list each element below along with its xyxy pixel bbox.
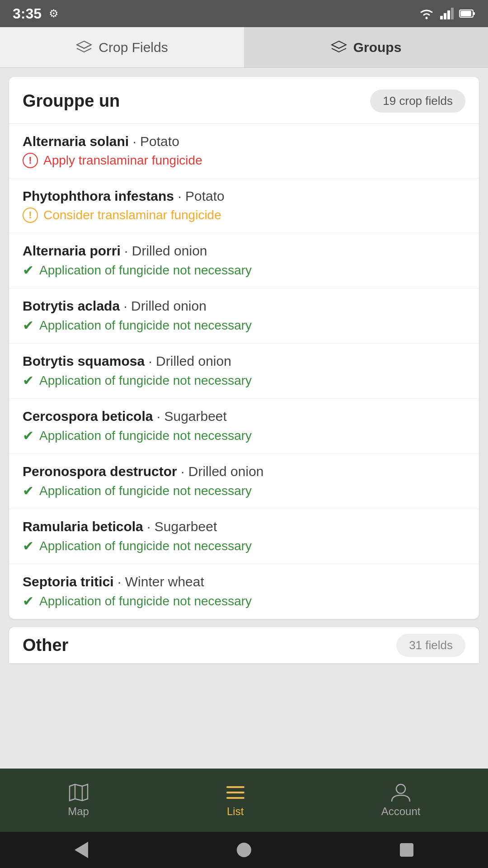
nav-map[interactable]: Map — [68, 783, 89, 818]
disease-status: ✔ Application of fungicide not necessary — [23, 262, 465, 278]
svg-point-13 — [396, 784, 405, 793]
disease-name: Ramularia beticola — [23, 519, 143, 534]
disease-crop: · Drilled onion — [148, 354, 231, 368]
group-card-other: Other 31 fields — [9, 627, 479, 663]
nav-account-label: Account — [381, 805, 421, 818]
disease-status-text: Application of fungicide not necessary — [39, 263, 252, 278]
disease-name: Peronospora destructor — [23, 464, 177, 479]
status-time: 3:35 — [13, 5, 42, 22]
disease-crop: · Potato — [132, 134, 179, 149]
disease-name: Botrytis aclada — [23, 298, 120, 313]
disease-status: ✔ Application of fungicide not necessary — [23, 538, 465, 554]
disease-list: Alternaria solani · Potato ! Apply trans… — [9, 124, 479, 619]
nav-account[interactable]: Account — [381, 783, 421, 818]
disease-crop: · Drilled onion — [123, 298, 206, 313]
disease-status-text: Application of fungicide not necessary — [39, 484, 252, 498]
status-bar: 3:35 ⚙ — [0, 0, 488, 27]
disease-item-botrytis-squamosa[interactable]: Botrytis squamosa · Drilled onion ✔ Appl… — [9, 344, 479, 399]
disease-name-row: Cercospora beticola · Sugarbeet — [23, 409, 465, 424]
disease-crop: · Sugarbeet — [147, 519, 217, 534]
svg-rect-2 — [444, 13, 446, 19]
top-tabs: Crop Fields Groups — [0, 27, 488, 68]
check-icon: ✔ — [23, 373, 34, 388]
disease-name: Alternaria porri — [23, 243, 121, 258]
disease-item-cercospora-beticola[interactable]: Cercospora beticola · Sugarbeet ✔ Applic… — [9, 399, 479, 454]
disease-name-row: Botrytis squamosa · Drilled onion — [23, 354, 465, 369]
check-icon: ✔ — [23, 262, 34, 278]
disease-item-botrytis-aclada[interactable]: Botrytis aclada · Drilled onion ✔ Applic… — [9, 288, 479, 344]
check-icon: ✔ — [23, 317, 34, 333]
svg-rect-7 — [460, 11, 471, 16]
home-button[interactable] — [235, 841, 253, 859]
tab-groups-label: Groups — [353, 40, 402, 55]
disease-status: ✔ Application of fungicide not necessary — [23, 428, 465, 443]
main-content: Grouppe un 19 crop fields Alternaria sol… — [0, 68, 488, 769]
disease-item-alternaria-solani[interactable]: Alternaria solani · Potato ! Apply trans… — [9, 124, 479, 179]
disease-crop: · Drilled onion — [181, 464, 263, 479]
disease-status-text: Application of fungicide not necessary — [39, 594, 252, 609]
svg-point-0 — [426, 17, 428, 19]
disease-name: Phytophthora infestans — [23, 189, 174, 203]
status-right — [418, 8, 475, 19]
disease-name: Cercospora beticola — [23, 409, 153, 424]
disease-status-text: Application of fungicide not necessary — [39, 373, 252, 388]
alert-yellow-icon: ! — [23, 208, 38, 223]
disease-status-text: Application of fungicide not necessary — [39, 429, 252, 443]
disease-name-row: Alternaria solani · Potato — [23, 134, 465, 149]
disease-name: Alternaria solani — [23, 134, 129, 149]
settings-icon: ⚙ — [49, 7, 59, 20]
disease-name-row: Septoria tritici · Winter wheat — [23, 574, 465, 590]
disease-item-phytophthora-infestans[interactable]: Phytophthora infestans · Potato ! Consid… — [9, 179, 479, 233]
map-icon — [68, 783, 89, 802]
tab-crop-fields[interactable]: Crop Fields — [0, 27, 244, 67]
battery-icon — [459, 9, 475, 19]
group-badge: 19 crop fields — [370, 90, 465, 113]
disease-status-text: Application of fungicide not necessary — [39, 539, 252, 553]
disease-status: ! Apply translaminar fungicide — [23, 153, 465, 168]
bottom-nav: Map List Account — [0, 769, 488, 832]
wifi-icon — [418, 8, 435, 19]
system-nav — [0, 832, 488, 868]
disease-name-row: Ramularia beticola · Sugarbeet — [23, 519, 465, 534]
other-title: Other — [23, 636, 68, 655]
disease-item-septoria-tritici[interactable]: Septoria tritici · Winter wheat ✔ Applic… — [9, 564, 479, 619]
status-left: 3:35 ⚙ — [13, 5, 59, 22]
disease-name-row: Peronospora destructor · Drilled onion — [23, 464, 465, 479]
group-header: Grouppe un 19 crop fields — [9, 77, 479, 124]
disease-name: Botrytis squamosa — [23, 354, 145, 368]
nav-list[interactable]: List — [225, 783, 246, 818]
disease-status-text: Consider translaminar fungicide — [43, 208, 221, 222]
svg-rect-3 — [447, 10, 450, 19]
check-icon: ✔ — [23, 483, 34, 499]
tab-groups[interactable]: Groups — [244, 27, 488, 67]
check-icon: ✔ — [23, 593, 34, 609]
svg-rect-4 — [451, 8, 454, 19]
list-icon — [225, 783, 246, 802]
disease-status: ✔ Application of fungicide not necessary — [23, 593, 465, 609]
recents-button[interactable] — [398, 841, 416, 859]
signal-icon — [440, 8, 454, 19]
disease-item-peronospora-destructor[interactable]: Peronospora destructor · Drilled onion ✔… — [9, 454, 479, 509]
disease-name-row: Botrytis aclada · Drilled onion — [23, 298, 465, 314]
back-button[interactable] — [72, 841, 90, 859]
nav-map-label: Map — [68, 805, 89, 818]
crop-fields-icon — [76, 40, 92, 55]
tab-crop-fields-label: Crop Fields — [99, 40, 168, 55]
group-card-grouppe-un: Grouppe un 19 crop fields Alternaria sol… — [9, 77, 479, 619]
other-badge: 31 fields — [396, 634, 465, 657]
disease-crop: · Drilled onion — [124, 243, 207, 258]
disease-item-alternaria-porri[interactable]: Alternaria porri · Drilled onion ✔ Appli… — [9, 233, 479, 288]
disease-item-ramularia-beticola[interactable]: Ramularia beticola · Sugarbeet ✔ Applica… — [9, 509, 479, 564]
disease-crop: · Winter wheat — [117, 574, 204, 589]
groups-icon — [331, 40, 347, 55]
disease-crop: · Potato — [178, 189, 224, 203]
disease-name-row: Phytophthora infestans · Potato — [23, 189, 465, 204]
disease-status-text: Application of fungicide not necessary — [39, 318, 252, 333]
disease-name-row: Alternaria porri · Drilled onion — [23, 243, 465, 259]
check-icon: ✔ — [23, 538, 34, 554]
disease-crop: · Sugarbeet — [157, 409, 227, 424]
disease-status-text: Apply translaminar fungicide — [43, 153, 202, 168]
disease-status: ! Consider translaminar fungicide — [23, 208, 465, 223]
account-icon — [390, 783, 412, 802]
nav-list-label: List — [227, 805, 244, 818]
